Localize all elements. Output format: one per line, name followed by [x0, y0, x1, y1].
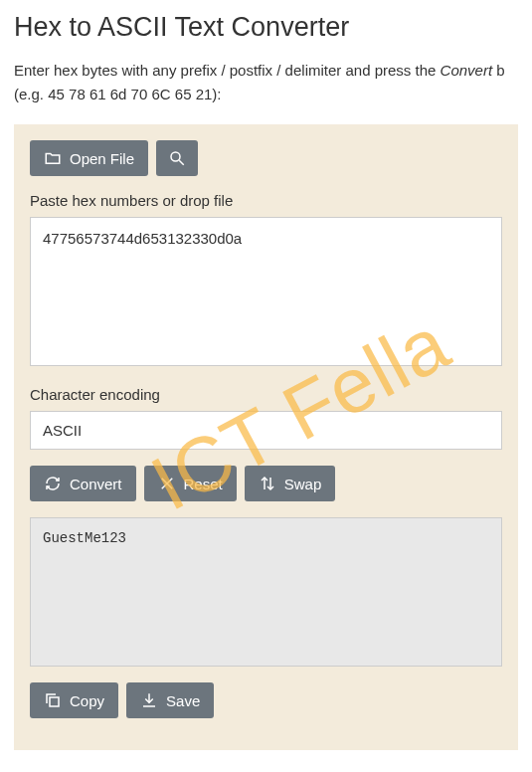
copy-button[interactable]: Copy — [30, 682, 118, 718]
description-text-2: b — [492, 62, 505, 79]
output-toolbar: Copy Save — [30, 682, 502, 718]
description-example: (e.g. 45 78 61 6d 70 6C 65 21): — [14, 86, 221, 102]
search-button[interactable] — [156, 140, 198, 176]
svg-point-0 — [171, 152, 180, 161]
convert-button[interactable]: Convert — [30, 466, 136, 501]
open-file-label: Open File — [70, 150, 134, 167]
encoding-label: Character encoding — [30, 386, 502, 403]
hex-input-label: Paste hex numbers or drop file — [30, 192, 502, 209]
svg-line-1 — [179, 160, 184, 165]
save-label: Save — [166, 692, 200, 709]
file-toolbar: Open File — [30, 140, 502, 176]
download-icon — [140, 691, 158, 709]
description-text-1: Enter hex bytes with any prefix / postfi… — [14, 62, 441, 79]
encoding-select[interactable] — [30, 411, 502, 450]
swap-button[interactable]: Swap — [245, 466, 336, 501]
svg-rect-4 — [50, 697, 59, 706]
copy-label: Copy — [70, 692, 104, 709]
open-file-button[interactable]: Open File — [30, 140, 148, 176]
convert-label: Convert — [70, 476, 122, 492]
converter-panel: Open File Paste hex numbers or drop file… — [14, 124, 518, 750]
page-title: Hex to ASCII Text Converter — [14, 12, 518, 43]
folder-icon — [44, 149, 62, 167]
description-convert-word: Convert — [441, 62, 493, 79]
swap-icon — [259, 475, 276, 492]
search-icon — [168, 149, 186, 167]
reset-label: Reset — [184, 476, 223, 492]
refresh-icon — [44, 475, 62, 492]
copy-icon — [44, 691, 62, 709]
action-toolbar: Convert Reset Swap — [30, 466, 502, 501]
save-button[interactable]: Save — [126, 682, 214, 718]
hex-input[interactable] — [30, 217, 502, 366]
swap-label: Swap — [284, 476, 322, 492]
output-text: GuestMe123 — [30, 517, 502, 667]
description: Enter hex bytes with any prefix / postfi… — [14, 59, 518, 106]
close-icon — [158, 475, 176, 492]
reset-button[interactable]: Reset — [144, 466, 237, 501]
